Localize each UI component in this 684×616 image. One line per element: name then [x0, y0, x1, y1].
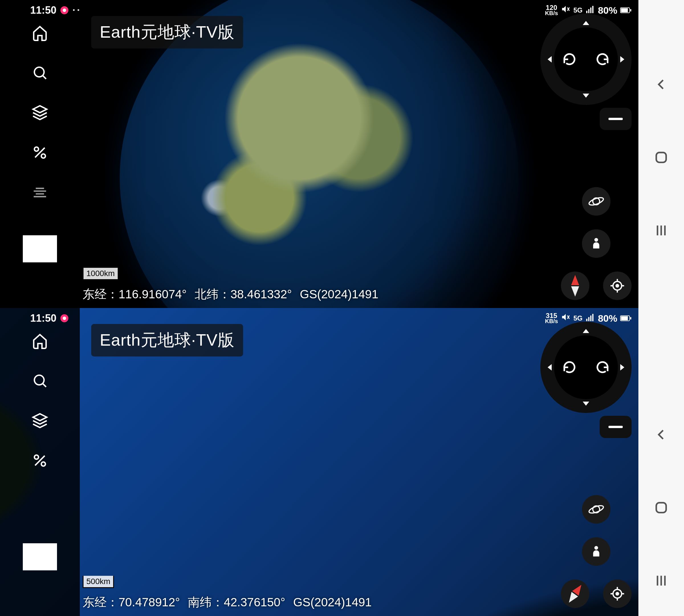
rotate-ccw-button[interactable] — [561, 51, 578, 68]
dpad-control — [540, 14, 632, 105]
scale-bar: 500km — [83, 576, 114, 588]
pan-right-button[interactable] — [613, 359, 631, 376]
compass-button[interactable] — [555, 574, 595, 613]
settings-percent-icon[interactable] — [32, 452, 48, 469]
svg-rect-31 — [656, 503, 666, 513]
zoom-out-button[interactable] — [600, 416, 632, 438]
svg-point-1 — [35, 147, 39, 151]
left-sidebar — [0, 308, 80, 616]
recents-button[interactable] — [654, 573, 669, 589]
locate-me-button[interactable] — [603, 271, 632, 300]
svg-point-12 — [594, 238, 598, 242]
dpad-control — [540, 322, 632, 413]
system-navigation-bar — [638, 0, 684, 616]
app-title: Earth元地球·TV版 — [91, 324, 243, 356]
recents-button[interactable] — [654, 223, 669, 239]
svg-rect-30 — [656, 153, 666, 162]
left-sidebar — [0, 0, 80, 308]
streetview-button[interactable] — [582, 537, 611, 566]
home-button[interactable] — [654, 150, 669, 166]
pan-up-button[interactable] — [577, 15, 594, 32]
compass-button[interactable] — [561, 271, 589, 300]
home-icon[interactable] — [32, 24, 48, 41]
map-panel-top: 11:50 ·· 120 KB/s 5G 80% — [0, 0, 638, 308]
map-panel-bottom: 11:50 315 KB/s 5G 80% — [0, 308, 638, 616]
zoom-out-button[interactable] — [600, 108, 632, 130]
svg-point-0 — [35, 67, 44, 77]
svg-point-17 — [41, 462, 46, 466]
svg-point-14 — [616, 285, 619, 287]
coordinates-readout: 东经：70.478912° 南纬：42.376150° GS(2024)1491 — [83, 594, 372, 610]
svg-point-27 — [594, 546, 598, 550]
layers-icon[interactable] — [32, 412, 48, 429]
pan-left-button[interactable] — [542, 51, 558, 68]
svg-point-29 — [616, 593, 619, 595]
app-title: Earth元地球·TV版 — [91, 16, 243, 48]
pan-down-button[interactable] — [577, 395, 594, 412]
layers-icon[interactable] — [32, 104, 48, 121]
orbit-mode-button[interactable] — [582, 187, 611, 216]
rotate-cw-button[interactable] — [594, 359, 611, 376]
pan-right-button[interactable] — [613, 51, 631, 68]
svg-point-16 — [35, 455, 39, 459]
settings-percent-icon[interactable] — [32, 144, 48, 161]
more-icon[interactable] — [32, 184, 48, 201]
search-icon[interactable] — [32, 64, 48, 81]
pan-up-button[interactable] — [577, 323, 594, 340]
scale-bar: 1000km — [83, 268, 118, 280]
streetview-button[interactable] — [582, 229, 611, 258]
home-button[interactable] — [654, 500, 669, 516]
home-icon[interactable] — [32, 332, 48, 349]
rotate-ccw-button[interactable] — [561, 359, 578, 376]
svg-point-2 — [41, 154, 46, 158]
back-button[interactable] — [654, 77, 669, 93]
coordinates-readout: 东经：116.916074° 北纬：38.461332° GS(2024)149… — [83, 286, 379, 302]
thumbnail-placeholder[interactable] — [23, 235, 57, 262]
search-icon[interactable] — [32, 372, 48, 389]
locate-me-button[interactable] — [603, 579, 632, 608]
thumbnail-placeholder[interactable] — [23, 543, 57, 570]
pan-left-button[interactable] — [542, 359, 558, 376]
rotate-cw-button[interactable] — [594, 51, 611, 68]
orbit-mode-button[interactable] — [582, 495, 611, 524]
svg-point-15 — [35, 375, 44, 385]
back-button[interactable] — [654, 427, 669, 443]
pan-down-button[interactable] — [577, 87, 594, 104]
